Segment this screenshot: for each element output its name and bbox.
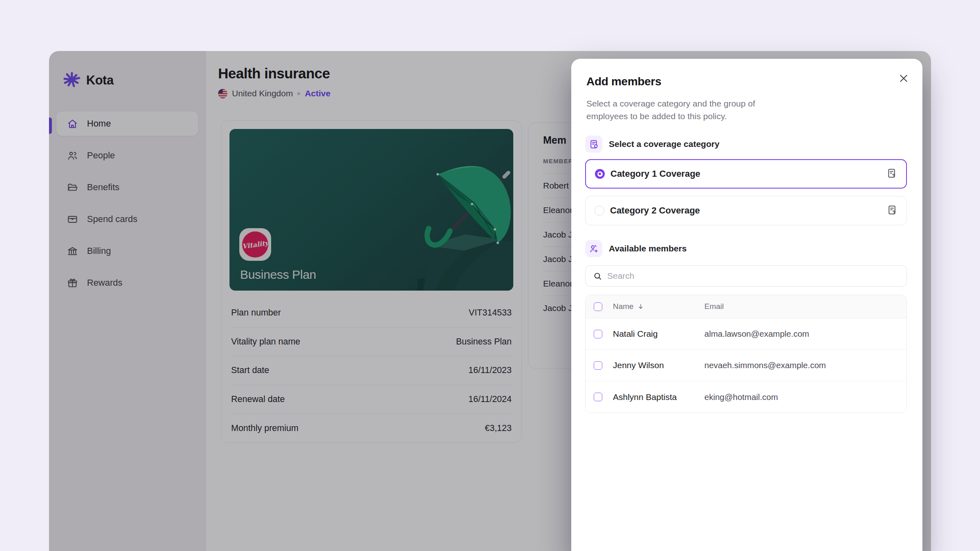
available-members-table: Name Email Natali Craig alma.lawson@exam… [585,295,907,413]
screen: Kota Home [0,0,980,551]
member-name: Natali Craig [613,329,693,339]
row-checkbox[interactable] [594,361,602,370]
coverage-category-icon [585,136,602,153]
coverage-section-label: Select a coverage category [609,139,719,149]
modal-title: Add members [586,75,661,88]
radio-unselected-icon[interactable] [595,206,604,216]
search-icon [593,271,602,281]
sort-descending-icon [637,303,644,310]
table-row[interactable]: Natali Craig alma.lawson@example.com [586,318,906,350]
table-row[interactable]: Ashlynn Baptista eking@hotmail.com [586,381,906,413]
member-name: Ashlynn Baptista [613,392,693,402]
add-members-modal: Add members Select a coverage category a… [571,59,922,551]
row-checkbox[interactable] [594,393,602,401]
person-add-icon [585,240,602,257]
coverage-option-1[interactable]: Category 1 Coverage [585,159,907,189]
member-email: nevaeh.simmons@example.com [704,360,826,370]
close-button[interactable] [895,70,912,87]
search-box [585,265,907,287]
row-checkbox[interactable] [594,330,602,338]
radio-selected-icon[interactable] [595,169,605,179]
member-name: Jenny Wilson [613,360,693,370]
close-icon [898,73,909,84]
coverage-section-header: Select a coverage category [585,136,719,153]
table-header-row: Name Email [586,295,906,318]
coverage-option-label: Category 1 Coverage [610,169,700,179]
coverage-option-label: Category 2 Coverage [610,205,700,216]
search-input[interactable] [607,271,906,281]
email-column-header: Email [704,302,724,311]
name-column-header[interactable]: Name [613,302,693,311]
available-members-label: Available members [609,244,687,253]
select-all-checkbox[interactable] [594,302,602,311]
member-email: eking@hotmail.com [704,392,778,402]
member-email: alma.lawson@example.com [704,329,809,339]
available-members-header: Available members [585,240,687,257]
coverage-option-2[interactable]: Category 2 Coverage [585,196,907,225]
table-row[interactable]: Jenny Wilson nevaeh.simmons@example.com [586,350,906,381]
modal-description: Select a coverage category and the group… [586,97,791,122]
document-question-icon[interactable] [886,168,897,180]
document-question-icon[interactable] [886,204,898,217]
